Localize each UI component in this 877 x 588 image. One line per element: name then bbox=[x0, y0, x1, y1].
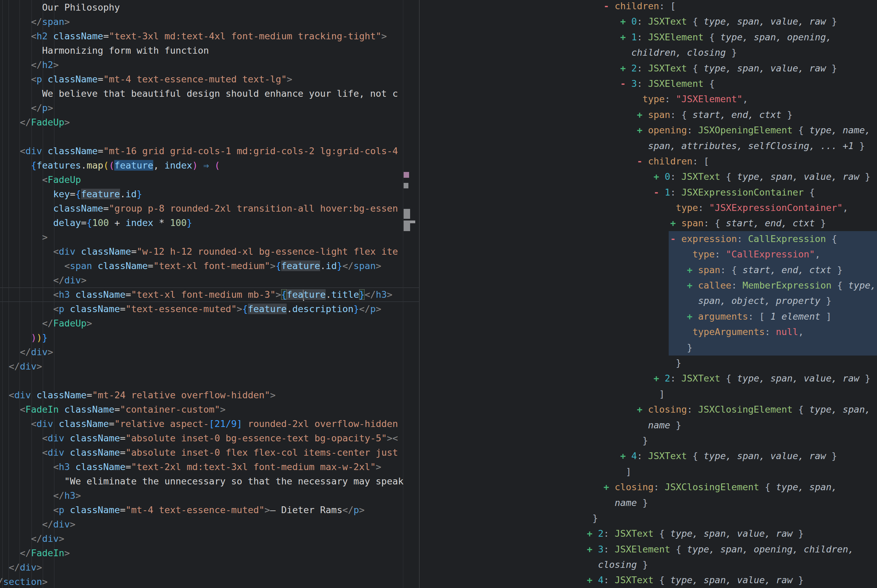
code-line[interactable] bbox=[0, 374, 404, 388]
code-line[interactable]: <div className="absolute inset-0 flex fl… bbox=[0, 446, 404, 460]
ast-row[interactable]: + 3: JSXElement { type, span, opening, c… bbox=[420, 542, 876, 557]
code-line[interactable]: </FadeUp> bbox=[0, 115, 404, 130]
collapse-node-icon[interactable]: - bbox=[620, 78, 626, 89]
collapse-node-icon[interactable]: - bbox=[637, 156, 642, 166]
code-line[interactable]: We believe that beautiful design should … bbox=[0, 87, 404, 101]
code-line[interactable]: <div className="w-12 h-12 rounded-xl bg-… bbox=[0, 244, 404, 259]
code-line[interactable]: </h2> bbox=[0, 58, 404, 72]
ast-row[interactable]: name } bbox=[420, 495, 876, 510]
ast-row[interactable]: - children: [ bbox=[420, 153, 876, 169]
ast-row[interactable]: + span: { start, end, ctxt } bbox=[420, 107, 876, 122]
expand-node-icon[interactable]: + bbox=[587, 528, 592, 539]
code-line[interactable]: <FadeUp bbox=[0, 172, 404, 187]
code-line[interactable]: ))} bbox=[0, 331, 404, 345]
expand-node-icon[interactable]: + bbox=[620, 16, 626, 27]
expand-node-icon[interactable]: + bbox=[620, 63, 626, 74]
ast-row[interactable]: + opening: JSXOpeningElement { type, nam… bbox=[420, 122, 876, 138]
collapse-node-icon[interactable]: - bbox=[604, 1, 609, 11]
expand-node-icon[interactable]: + bbox=[604, 482, 609, 492]
ast-row[interactable]: + closing: JSXClosingElement { type, spa… bbox=[420, 402, 876, 417]
ast-row[interactable]: + 4: JSXText { type, span, value, raw } bbox=[420, 572, 876, 588]
ast-row[interactable]: children, closing } bbox=[420, 45, 876, 60]
ast-row[interactable]: + arguments: [ 1 element ] bbox=[420, 309, 876, 324]
code-line[interactable]: </div> bbox=[0, 532, 404, 546]
ast-row[interactable]: ] bbox=[420, 464, 876, 479]
ast-row[interactable]: + span: { start, end, ctxt } bbox=[420, 262, 876, 278]
ast-row[interactable]: span, object, property } bbox=[420, 293, 876, 308]
ast-row[interactable]: + 0: JSXText { type, span, value, raw } bbox=[420, 14, 876, 29]
ast-row[interactable]: type: "CallExpression", bbox=[420, 246, 876, 262]
code-line[interactable]: </div> bbox=[0, 560, 404, 574]
expand-node-icon[interactable]: + bbox=[587, 574, 592, 585]
code-line[interactable]: </FadeUp> bbox=[0, 316, 404, 331]
expand-node-icon[interactable]: + bbox=[637, 404, 642, 415]
expand-node-icon[interactable]: + bbox=[637, 125, 642, 135]
ast-row[interactable]: - 3: JSXElement { bbox=[420, 76, 876, 91]
ast-row[interactable]: + 2: JSXText { type, span, value, raw } bbox=[420, 526, 876, 541]
ast-row[interactable]: } bbox=[420, 433, 876, 448]
ast-row[interactable]: - 1: JSXExpressionContainer { bbox=[420, 184, 876, 200]
ast-tree-pane[interactable]: - children: [ + 0: JSXText { type, span,… bbox=[420, 0, 877, 588]
code-line[interactable] bbox=[0, 130, 404, 144]
code-line[interactable]: <h3 className="text-xl font-medium mb-3"… bbox=[0, 288, 404, 302]
code-line[interactable]: <div className="relative aspect-[21/9] r… bbox=[0, 417, 404, 431]
expand-node-icon[interactable]: + bbox=[687, 311, 692, 322]
code-line[interactable]: > bbox=[0, 230, 404, 244]
code-line[interactable]: className="group p-8 rounded-2xl transit… bbox=[0, 201, 404, 216]
ast-row[interactable]: type: "JSXExpressionContainer", bbox=[420, 200, 876, 215]
code-line[interactable]: <h3 className="text-2xl md:text-3xl font… bbox=[0, 460, 404, 474]
code-line[interactable]: <div className="mt-24 relative overflow-… bbox=[0, 388, 404, 402]
ast-row[interactable]: - children: [ bbox=[420, 0, 876, 14]
collapse-node-icon[interactable]: - bbox=[654, 187, 659, 198]
expand-node-icon[interactable]: + bbox=[654, 373, 659, 384]
code-line[interactable]: <h2 className="text-3xl md:text-4xl font… bbox=[0, 29, 404, 44]
expand-node-icon[interactable]: + bbox=[637, 110, 642, 120]
ast-row[interactable]: typeArguments: null, bbox=[420, 324, 876, 339]
expand-node-icon[interactable]: + bbox=[687, 280, 692, 291]
code-line[interactable]: </div> bbox=[0, 273, 404, 288]
code-line[interactable]: {features.map((feature, index) ⇒ ( bbox=[0, 158, 404, 172]
expand-node-icon[interactable]: + bbox=[654, 171, 659, 182]
code-editor-pane[interactable]: Our Philosophy </span> <h2 className="te… bbox=[0, 0, 419, 588]
code-line[interactable]: "We eliminate the unnecessary so that th… bbox=[0, 474, 404, 489]
code-line[interactable]: <div className="mt-16 grid grid-cols-1 m… bbox=[0, 144, 404, 158]
code-line[interactable]: </div> bbox=[0, 345, 404, 359]
ast-row[interactable]: + callee: MemberExpression { type, bbox=[420, 278, 876, 293]
code-line[interactable]: Our Philosophy bbox=[0, 0, 404, 15]
ast-row[interactable]: ] bbox=[420, 386, 876, 402]
ast-row[interactable]: } bbox=[420, 355, 876, 370]
ast-row[interactable]: + 1: JSXElement { type, span, opening, bbox=[420, 29, 876, 45]
ast-row[interactable]: + span: { start, end, ctxt } bbox=[420, 215, 876, 231]
code-line[interactable]: <p className="mt-4 text-essence-muted">—… bbox=[0, 503, 404, 517]
collapse-node-icon[interactable]: - bbox=[670, 234, 676, 244]
code-line[interactable]: /section> bbox=[0, 574, 404, 588]
code-line[interactable]: </FadeIn> bbox=[0, 546, 404, 560]
ast-row[interactable]: + 4: JSXText { type, span, value, raw } bbox=[420, 448, 876, 464]
ast-row[interactable]: name } bbox=[420, 417, 876, 433]
code-line[interactable]: </h3> bbox=[0, 489, 404, 503]
ast-row[interactable]: + 2: JSXText { type, span, value, raw } bbox=[420, 370, 876, 386]
code-line[interactable]: <div className="absolute inset-0 bg-esse… bbox=[0, 431, 404, 446]
pane-divider[interactable] bbox=[419, 0, 420, 588]
code-line[interactable]: Harmonizing form with function bbox=[0, 44, 404, 58]
code-line[interactable]: delay={100 + index * 100} bbox=[0, 216, 404, 230]
ast-row[interactable]: closing } bbox=[420, 557, 876, 572]
code-line[interactable]: </div> bbox=[0, 517, 404, 532]
ast-row[interactable]: - expression: CallExpression { bbox=[420, 231, 876, 246]
code-line[interactable]: <span className="text-xl font-medium">{f… bbox=[0, 259, 404, 273]
ast-row[interactable]: + 0: JSXText { type, span, value, raw } bbox=[420, 169, 876, 184]
expand-node-icon[interactable]: + bbox=[587, 544, 592, 555]
code-line[interactable]: </span> bbox=[0, 15, 404, 29]
ast-tree[interactable]: - children: [ + 0: JSXText { type, span,… bbox=[420, 0, 876, 588]
expand-node-icon[interactable]: + bbox=[620, 451, 626, 461]
code-line[interactable]: <FadeIn className="container-custom"> bbox=[0, 402, 404, 417]
expand-node-icon[interactable]: + bbox=[687, 265, 692, 275]
code-line[interactable]: <p className="mt-4 text-essence-muted te… bbox=[0, 72, 404, 87]
ast-row[interactable]: } bbox=[420, 340, 876, 355]
ast-row[interactable]: type: "JSXElement", bbox=[420, 91, 876, 106]
ast-row[interactable]: + closing: JSXClosingElement { type, spa… bbox=[420, 479, 876, 495]
source-code[interactable]: Our Philosophy </span> <h2 className="te… bbox=[0, 0, 404, 588]
ast-row[interactable]: span, attributes, selfClosing, ... +1 } bbox=[420, 138, 876, 153]
ast-row[interactable]: } bbox=[420, 510, 876, 526]
code-line[interactable]: </div> bbox=[0, 359, 404, 374]
